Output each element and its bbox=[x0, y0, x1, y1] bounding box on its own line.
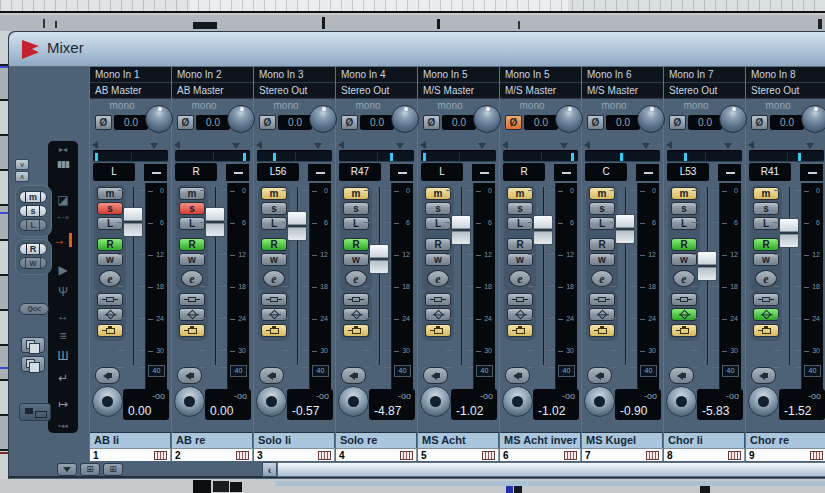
output-routing[interactable]: AB Master bbox=[90, 83, 171, 99]
fader-handle[interactable] bbox=[779, 218, 799, 248]
window-layout-button[interactable] bbox=[19, 403, 51, 421]
input-gain-value[interactable]: 0.0 bbox=[114, 115, 148, 130]
channel-knob[interactable] bbox=[174, 386, 205, 417]
monitor-button[interactable] bbox=[669, 367, 694, 384]
collapse-arrow-icon[interactable] bbox=[502, 141, 508, 149]
inserts-state-button[interactable] bbox=[753, 293, 779, 306]
mute-button[interactable]: m bbox=[589, 187, 615, 200]
channel-grid-icon[interactable] bbox=[318, 451, 331, 460]
stereo-width-icon[interactable]: ↔ bbox=[48, 309, 78, 323]
fader-handle[interactable] bbox=[615, 214, 635, 244]
inserts-state-button[interactable] bbox=[671, 293, 697, 306]
input-gain-value[interactable]: 0.0 bbox=[688, 115, 722, 130]
input-routing[interactable]: Mono In 5 bbox=[500, 67, 581, 83]
input-routing[interactable]: Mono In 8 bbox=[746, 67, 825, 83]
expand-arrow-icon[interactable] bbox=[314, 143, 322, 149]
collapse-arrow-icon[interactable] bbox=[584, 141, 590, 149]
paste-button[interactable] bbox=[21, 356, 45, 372]
pan-value[interactable]: L56 bbox=[257, 163, 299, 181]
pan-value[interactable]: L53 bbox=[667, 163, 709, 181]
mute-button[interactable]: m bbox=[507, 187, 533, 200]
record-button[interactable]: R bbox=[261, 238, 287, 251]
expand-arrow-icon[interactable] bbox=[232, 143, 240, 149]
monitor-button[interactable] bbox=[259, 367, 284, 384]
mute-button[interactable]: m bbox=[261, 187, 287, 200]
record-button[interactable]: R bbox=[753, 238, 779, 251]
solo-button[interactable]: s bbox=[671, 202, 697, 215]
listen-button[interactable]: L bbox=[179, 217, 205, 230]
add-view-button-2[interactable]: ⊞ bbox=[103, 463, 123, 476]
record-button[interactable]: R bbox=[425, 238, 451, 251]
edit-button[interactable]: e bbox=[427, 270, 449, 287]
scroll-down-button[interactable]: ∨ bbox=[15, 159, 29, 170]
inserts-state-button[interactable] bbox=[343, 293, 369, 306]
pan-slider[interactable] bbox=[667, 150, 742, 162]
edit-button[interactable]: e bbox=[181, 270, 203, 287]
sends-state-button[interactable] bbox=[97, 308, 123, 321]
sends-state-button[interactable] bbox=[425, 308, 451, 321]
input-gain-value[interactable]: 0.0 bbox=[524, 115, 558, 130]
output-state-button[interactable] bbox=[97, 324, 123, 337]
listen-button[interactable]: L bbox=[507, 217, 533, 230]
pan-value[interactable]: L bbox=[421, 163, 463, 181]
output-routing[interactable]: Stereo Out bbox=[336, 83, 417, 99]
window-titlebar[interactable]: Mixer bbox=[9, 32, 825, 67]
mute-button[interactable]: m bbox=[179, 187, 205, 200]
level-display[interactable]: -oo -1.02 bbox=[533, 389, 579, 420]
output-routing[interactable]: M/S Master bbox=[582, 83, 663, 99]
input-routing[interactable]: Mono In 4 bbox=[336, 67, 417, 83]
expand-arrow-icon[interactable] bbox=[396, 143, 404, 149]
collapse-arrow-icon[interactable] bbox=[748, 141, 754, 149]
output-routing[interactable]: Stereo Out bbox=[746, 83, 825, 99]
channel-knob[interactable] bbox=[92, 386, 123, 417]
collapse-arrow-icon[interactable] bbox=[174, 141, 180, 149]
gain-knob[interactable] bbox=[719, 105, 747, 133]
level-display[interactable]: -oo 0.00 bbox=[205, 389, 251, 420]
inserts-state-button[interactable] bbox=[425, 293, 451, 306]
input-arrow-icon[interactable]: → bbox=[50, 233, 72, 247]
solo-button[interactable]: s bbox=[589, 202, 615, 215]
gain-knob[interactable] bbox=[391, 105, 419, 133]
pan-slider[interactable] bbox=[421, 150, 496, 162]
channel-grid-icon[interactable] bbox=[154, 451, 167, 460]
copy-button[interactable] bbox=[21, 337, 45, 353]
pan-value[interactable]: R47 bbox=[339, 163, 381, 181]
level-display[interactable]: -oo -1.52 bbox=[779, 389, 825, 420]
pan-slider[interactable] bbox=[749, 150, 824, 162]
sends-state-button[interactable] bbox=[179, 308, 205, 321]
gain-knob[interactable] bbox=[227, 105, 255, 133]
record-button[interactable]: R bbox=[97, 238, 123, 251]
reset-button[interactable]: 0<< bbox=[19, 303, 49, 315]
channel-grid-icon[interactable] bbox=[646, 451, 659, 460]
comb-icon[interactable]: Ш bbox=[48, 349, 78, 363]
output-state-button[interactable] bbox=[671, 324, 697, 337]
output-state-button[interactable] bbox=[425, 324, 451, 337]
gain-knob[interactable] bbox=[309, 105, 337, 133]
gain-knob[interactable] bbox=[555, 105, 583, 133]
phase-button[interactable]: Ø bbox=[341, 115, 358, 130]
global-record-button[interactable]: R bbox=[19, 243, 47, 255]
global-listen-button[interactable]: L bbox=[19, 219, 47, 231]
pan-value[interactable]: L bbox=[93, 163, 135, 181]
sends-state-button[interactable] bbox=[261, 308, 287, 321]
channel-knob[interactable] bbox=[338, 386, 369, 417]
channel-grid-icon[interactable] bbox=[564, 451, 577, 460]
channel-name[interactable]: Chor li bbox=[664, 432, 745, 448]
channel-name[interactable]: AB li bbox=[90, 432, 171, 448]
output-state-button[interactable] bbox=[753, 324, 779, 337]
pan-value[interactable]: R bbox=[503, 163, 545, 181]
monitor-button[interactable] bbox=[505, 367, 530, 384]
level-display[interactable]: -oo -5.83 bbox=[697, 389, 743, 420]
channel-grid-icon[interactable] bbox=[728, 451, 741, 460]
listen-button[interactable]: L bbox=[753, 217, 779, 230]
add-remove-icon[interactable]: +−× bbox=[48, 211, 78, 225]
solo-button[interactable]: s bbox=[261, 202, 287, 215]
input-routing[interactable]: Mono In 5 bbox=[418, 67, 499, 83]
level-display[interactable]: -oo -0.90 bbox=[615, 389, 661, 420]
channel-name[interactable]: Solo li bbox=[254, 432, 335, 448]
edit-button[interactable]: e bbox=[99, 270, 121, 287]
channel-knob[interactable] bbox=[584, 386, 615, 417]
record-button[interactable]: R bbox=[589, 238, 615, 251]
monitor-button[interactable] bbox=[423, 367, 448, 384]
pan-slider[interactable] bbox=[503, 150, 578, 162]
